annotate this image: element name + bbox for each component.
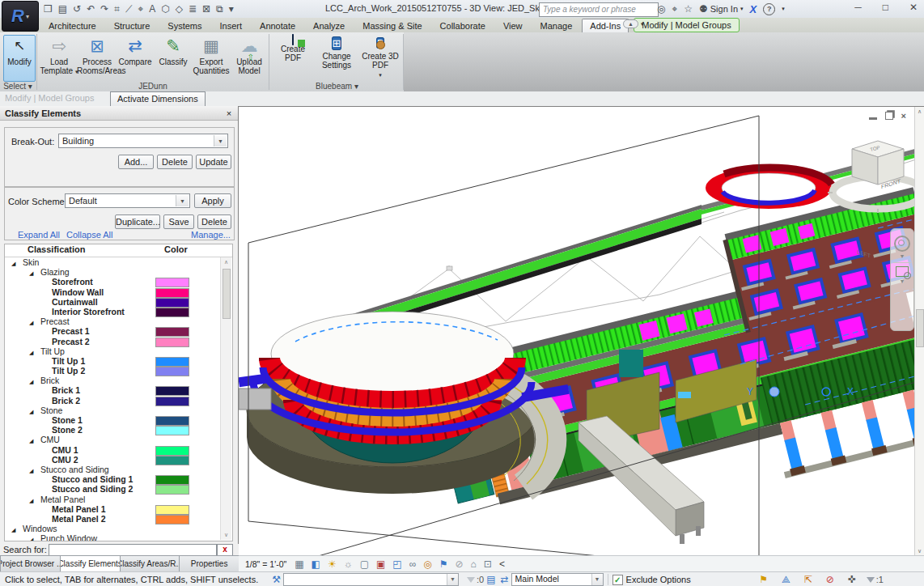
help-icon[interactable]: ? xyxy=(763,3,775,15)
color-swatch[interactable] xyxy=(155,446,189,456)
process-rooms-areas-button[interactable]: ⊠ Process Rooms/Areas xyxy=(77,35,117,82)
tree-row[interactable]: ◢ Storefront xyxy=(5,277,221,287)
text-icon[interactable]: A xyxy=(149,2,155,15)
viewport-scrollbar[interactable]: ∧ ∨ xyxy=(914,107,924,555)
tree-row[interactable]: ◢ Precast xyxy=(5,316,221,326)
color-swatch[interactable] xyxy=(155,515,189,524)
scroll-down-icon[interactable]: ∨ xyxy=(915,546,924,555)
worksets-combo[interactable]: Main Model▼ xyxy=(511,573,604,586)
clear-search-button[interactable]: x xyxy=(217,544,233,556)
minimize-button[interactable]: ─ xyxy=(854,2,862,13)
options-filter-icon[interactable] xyxy=(467,577,475,583)
switch-windows-icon[interactable]: ⧉ xyxy=(216,2,223,15)
reveal-constraints-icon[interactable]: ⊘ xyxy=(456,557,464,571)
render-icon[interactable]: ◇ xyxy=(176,2,183,15)
lock-view-icon[interactable]: ⊡ xyxy=(484,557,492,571)
color-swatch[interactable] xyxy=(155,298,189,308)
tree-row[interactable]: ◢ Stucco and Siding xyxy=(5,465,221,474)
chevron-down-icon[interactable]: ▼ xyxy=(891,253,913,259)
tree-row[interactable]: ◢ CMU 2 xyxy=(5,455,221,465)
tree-row[interactable]: ◢ Tilt Up xyxy=(5,346,221,356)
close-hidden-windows-icon[interactable]: ⊠ xyxy=(202,2,210,15)
color-swatch[interactable] xyxy=(155,288,189,298)
ribbon-tab[interactable]: Add-Ins xyxy=(582,19,629,32)
measure-icon[interactable]: ⌗ xyxy=(114,2,120,15)
tree-row[interactable]: ◢ Precast 1 xyxy=(5,326,221,336)
tree-row[interactable]: ◢ Brick 1 xyxy=(5,385,221,395)
open-icon[interactable]: ❒ xyxy=(44,2,53,15)
pin-icon[interactable]: ⇱ xyxy=(804,574,812,585)
tree-row[interactable]: ◢ Brick 2 xyxy=(5,396,221,406)
panel-tab[interactable]: Classify Elements xyxy=(60,556,121,572)
redo-icon[interactable]: ↷ xyxy=(100,2,108,15)
scroll-thumb[interactable] xyxy=(223,269,231,319)
shadows-off-icon[interactable]: ☀ xyxy=(328,557,337,571)
tree-row[interactable]: ◢ Metal Panel 1 xyxy=(5,504,221,514)
selection-filter-icon[interactable] xyxy=(867,577,875,583)
worksharing-status-icon[interactable]: ⚑ xyxy=(759,574,768,585)
view-scale-button[interactable]: 1/8" = 1'-0" xyxy=(245,559,286,569)
load-template-button[interactable]: ⇨ Load Template ▾ xyxy=(39,35,79,82)
maximize-button[interactable]: □ xyxy=(883,2,888,13)
manage-link[interactable]: Manage... xyxy=(191,230,231,240)
ribbon-tab[interactable]: Architecture xyxy=(40,19,104,32)
compare-button[interactable]: ⇄ Compare xyxy=(115,35,155,82)
tag-icon[interactable]: ⌖ xyxy=(138,2,143,15)
color-swatch[interactable] xyxy=(155,426,189,435)
sync-icon[interactable]: ↺ xyxy=(73,2,81,15)
tree-row[interactable]: ◢ Tilt Up 2 xyxy=(5,366,221,376)
customize-qat-icon[interactable]: ▾ xyxy=(229,2,234,15)
color-swatch[interactable] xyxy=(155,416,189,426)
upload-model-button[interactable]: ☁⇧ Upload Model xyxy=(229,35,269,82)
ribbon-tab[interactable]: Massing & Site xyxy=(354,19,430,32)
collapse-arrow[interactable]: < xyxy=(499,557,505,571)
duplicate-button[interactable]: Duplicate... xyxy=(115,214,160,229)
panel-tab[interactable]: Classify Areas/R... xyxy=(120,556,180,572)
temporary-hide-icon[interactable]: ⚑ xyxy=(439,557,448,571)
tree-row[interactable]: ◢ Metal Panel 2 xyxy=(5,514,221,524)
worksharing-display-icon[interactable]: ⌂ xyxy=(471,557,477,571)
close-button[interactable]: ✕ xyxy=(909,2,918,13)
tree-row[interactable]: ◢ Punch Window xyxy=(5,533,221,541)
add-button[interactable]: Add... xyxy=(118,155,154,169)
panel-tab[interactable]: Properties xyxy=(179,556,239,572)
jedunn-panel-label[interactable]: JEDunn xyxy=(39,82,267,91)
break-out-combo[interactable]: Building▼ xyxy=(58,134,228,148)
tree-row[interactable]: ◢ Metal Panel xyxy=(5,495,221,504)
modify-button[interactable]: ↖ Modify xyxy=(3,35,36,82)
application-menu-button[interactable]: R▾ xyxy=(2,1,39,32)
drawing-area[interactable]: Y X TOP LEFT FRONT × ▼ ▼ ∧ ∨ xyxy=(239,106,924,555)
view-close-button[interactable]: × xyxy=(901,111,906,121)
show-crop-icon[interactable]: ◰ xyxy=(392,557,401,571)
tree-row[interactable]: ◢ Stone 2 xyxy=(5,425,221,435)
stereo-view-icon[interactable]: ∞ xyxy=(409,557,417,571)
transfer-icon[interactable]: ⇄ xyxy=(501,574,509,585)
change-settings-button[interactable]: ⊞ Change Settings xyxy=(316,35,358,82)
tree-row[interactable]: ◢ Stone 1 xyxy=(5,415,221,425)
exchange-apps-icon[interactable]: X xyxy=(750,3,757,15)
color-swatch[interactable] xyxy=(155,456,189,465)
panel-title[interactable]: Classify Elements xyxy=(0,106,238,121)
ribbon-tab[interactable]: Structure xyxy=(106,19,159,32)
ribbon-minimize-toggle[interactable]: ▲ ▾ xyxy=(623,19,643,30)
color-scheme-combo[interactable]: Default▼ xyxy=(65,193,190,208)
zoom-region-icon[interactable] xyxy=(896,266,909,277)
default-3d-view-icon[interactable]: ⬡ xyxy=(161,2,169,15)
ribbon-tab[interactable]: View xyxy=(495,19,531,32)
chevron-down-icon[interactable]: ▼ xyxy=(891,278,913,284)
apply-button[interactable]: Apply xyxy=(194,193,231,208)
visual-style-icon[interactable]: ▦ xyxy=(295,557,303,571)
model-display-icon[interactable]: ◧ xyxy=(312,557,320,571)
tree-row[interactable]: ◢ CMU xyxy=(5,435,221,444)
tree-row[interactable]: ◢ Stucco and Siding 1 xyxy=(5,474,221,484)
exclude-options-checkbox[interactable]: ✓ xyxy=(612,575,623,585)
tree-row[interactable]: ◢ Windows xyxy=(5,524,221,533)
tree-row[interactable]: ◢ Glazing xyxy=(5,267,221,277)
color-swatch[interactable] xyxy=(155,485,189,495)
thin-lines-icon[interactable]: ≣ xyxy=(189,2,197,15)
color-swatch[interactable] xyxy=(155,338,189,347)
collapse-all-link[interactable]: Collapse All xyxy=(66,230,112,240)
undo-icon[interactable]: ↶ xyxy=(87,2,95,15)
editable-only-icon[interactable]: ⟁ xyxy=(782,574,790,585)
create-pdf-button[interactable]: Create PDF xyxy=(272,35,314,82)
